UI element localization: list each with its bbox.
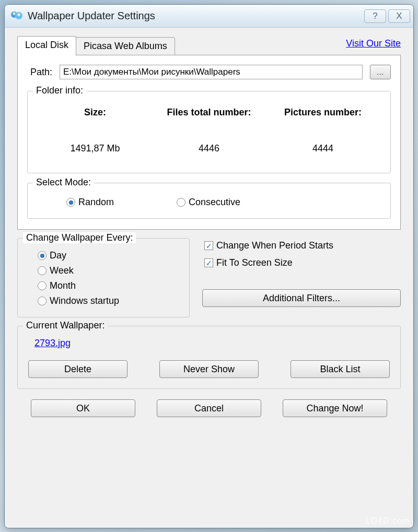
svg-point-2 [13,12,16,15]
checkbox-fit[interactable]: ✓Fit To Screen Size [204,257,401,268]
never-show-button[interactable]: Never Show [159,360,259,378]
select-mode-legend: Select Mode: [33,177,94,188]
folder-info-group: Folder info: Size: Files total number: P… [27,91,391,173]
frequency-group: Change Wallpaper Every: Day Week Month W… [17,238,190,317]
size-value: 1491,87 Mb [38,143,152,154]
radio-icon [38,251,47,260]
select-mode-group: Select Mode: Random Consecutive [27,183,391,219]
radio-icon [38,297,47,305]
additional-filters-button[interactable]: Additional Filters... [202,289,401,307]
pics-header: Pictures number: [266,107,380,118]
path-label: Path: [30,67,52,78]
current-legend: Current Wallpaper: [23,320,108,331]
check-icon: ✓ [204,258,213,267]
check-icon: ✓ [204,241,213,250]
radio-icon [177,198,185,207]
help-button[interactable]: ? [364,9,386,23]
radio-icon [38,281,47,290]
radio-week[interactable]: Week [38,265,182,276]
current-file-link[interactable]: 2793.jpg [25,338,71,349]
tab-picasa[interactable]: Picasa Web Albums [76,37,175,55]
radio-random[interactable]: Random [66,197,114,208]
radio-day[interactable]: Day [38,250,182,261]
blacklist-button[interactable]: Black List [291,360,390,378]
settings-window: Wallpaper Updater Settings ? X Local Dis… [4,4,414,528]
close-button[interactable]: X [388,9,410,23]
checkbox-period[interactable]: ✓Change When Period Starts [204,240,401,251]
titlebar: Wallpaper Updater Settings ? X [5,5,413,28]
size-header: Size: [38,107,152,118]
tab-local-disk[interactable]: Local Disk [17,36,76,56]
window-title: Wallpaper Updater Settings [28,10,364,22]
folder-info-legend: Folder info: [33,85,86,96]
cancel-button[interactable]: Cancel [157,399,261,417]
files-header: Files total number: [152,107,266,118]
pics-value: 4444 [266,143,380,154]
app-icon [10,9,24,23]
current-wallpaper-group: Current Wallpaper: 2793.jpg Delete Never… [17,326,401,389]
tabs: Local Disk Picasa Web Albums [17,36,175,55]
browse-button[interactable]: ... [370,65,391,79]
radio-icon [66,198,75,207]
radio-month[interactable]: Month [38,280,182,291]
radio-consecutive[interactable]: Consecutive [177,197,240,208]
visit-site-link[interactable]: Visit Our Site [346,38,401,49]
change-now-button[interactable]: Change Now! [283,399,387,417]
frequency-legend: Change Wallpaper Every: [23,232,136,243]
path-input[interactable] [60,65,363,79]
ok-button[interactable]: OK [31,399,135,417]
files-value: 4446 [152,143,266,154]
delete-button[interactable]: Delete [28,360,127,378]
radio-startup[interactable]: Windows startup [38,295,182,306]
watermark: LO4D.com [366,516,410,526]
svg-point-3 [17,13,20,16]
radio-icon [38,266,47,275]
tab-panel-local: Path: ... Folder info: Size: Files total… [17,55,401,230]
